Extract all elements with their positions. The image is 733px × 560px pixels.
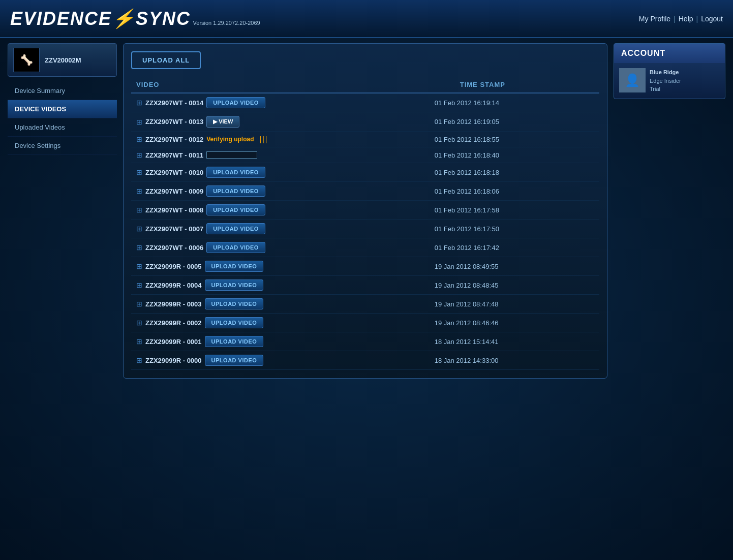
upload-video-button[interactable]: UPLOAD VIDEO xyxy=(205,279,264,291)
timestamp-cell: 18 Jan 2012 14:33:00 xyxy=(430,351,599,370)
upload-video-button[interactable]: UPLOAD VIDEO xyxy=(206,167,265,178)
video-name-cell: ⊞ZZX2907WT - 0007UPLOAD VIDEO xyxy=(136,223,424,234)
header-nav: My Profile | Help | Logout xyxy=(639,15,723,23)
upload-video-button[interactable]: UPLOAD VIDEO xyxy=(205,298,264,309)
expand-icon[interactable]: ⊞ xyxy=(136,356,142,364)
video-name-cell: ⊞ZZX29099R - 0002UPLOAD VIDEO xyxy=(136,317,424,328)
video-name-text: ZZX29099R - 0001 xyxy=(145,338,202,346)
help-link[interactable]: Help xyxy=(679,15,693,23)
video-name-cell: ⊞ZZX29099R - 0001UPLOAD VIDEO xyxy=(136,336,424,347)
table-row: ⊞ZZX29099R - 0002UPLOAD VIDEO19 Jan 2012… xyxy=(131,314,599,332)
sidebar-item-device-summary[interactable]: Device Summary xyxy=(8,82,117,100)
expand-icon[interactable]: ⊞ xyxy=(136,281,142,289)
upload-video-button[interactable]: UPLOAD VIDEO xyxy=(206,204,265,215)
expand-icon[interactable]: ⊞ xyxy=(136,300,142,308)
table-row: ⊞ZZX2907WT - 001101 Feb 2012 16:18:40 xyxy=(131,147,599,163)
video-name-cell: ⊞ZZX2907WT - 0013▶ VIEW xyxy=(136,116,424,128)
expand-icon[interactable]: ⊞ xyxy=(136,243,142,252)
video-name-cell: ⊞ZZX2907WT - 0009UPLOAD VIDEO xyxy=(136,185,424,197)
sidebar-nav: Device Summary DEVICE VIDEOS Uploaded Vi… xyxy=(8,82,117,155)
table-header-row: VIDEO TIME STAMP xyxy=(131,77,599,93)
view-button[interactable]: ▶ VIEW xyxy=(206,116,239,128)
account-info: Blue Ridge Edge Insider Trial xyxy=(650,68,681,94)
video-name-text: ZZX2907WT - 0009 xyxy=(145,188,203,195)
table-row: ⊞ZZX2907WT - 0014UPLOAD VIDEO01 Feb 2012… xyxy=(131,93,599,112)
table-row: ⊞ZZX29099R - 0001UPLOAD VIDEO18 Jan 2012… xyxy=(131,332,599,351)
expand-icon[interactable]: ⊞ xyxy=(136,187,142,195)
expand-icon[interactable]: ⊞ xyxy=(136,319,142,327)
account-status: Trial xyxy=(650,85,681,94)
video-name-cell: ⊞ZZX2907WT - 0010UPLOAD VIDEO xyxy=(136,167,424,178)
video-name-text: ZZX29099R - 0003 xyxy=(145,300,202,308)
expand-icon[interactable]: ⊞ xyxy=(136,151,142,159)
sidebar-item-device-settings[interactable]: Device Settings xyxy=(8,137,117,155)
timestamp-cell: 01 Feb 2012 16:17:50 xyxy=(430,220,599,238)
table-row: ⊞ZZX29099R - 0003UPLOAD VIDEO19 Jan 2012… xyxy=(131,295,599,314)
expand-icon[interactable]: ⊞ xyxy=(136,262,142,270)
account-name: Blue Ridge xyxy=(650,68,681,77)
timestamp-cell: 01 Feb 2012 16:18:40 xyxy=(430,147,599,163)
video-name-text: ZZX29099R - 0005 xyxy=(145,263,202,270)
video-name-text: ZZX29099R - 0000 xyxy=(145,357,202,364)
logo: EVIDENCE⚡SYNC Version 1.29.2072.20-2069 xyxy=(10,8,260,29)
timestamp-cell: 01 Feb 2012 16:19:05 xyxy=(430,112,599,132)
video-name-text: ZZX29099R - 0004 xyxy=(145,282,202,289)
expand-icon[interactable]: ⊞ xyxy=(136,135,142,143)
expand-icon[interactable]: ⊞ xyxy=(136,337,142,346)
device-name: ZZV20002M xyxy=(45,56,81,64)
logo-bolt-icon: ⚡ xyxy=(112,8,136,29)
video-column-header: VIDEO xyxy=(131,77,430,93)
expand-icon[interactable]: ⊞ xyxy=(136,225,142,233)
upload-video-button[interactable]: UPLOAD VIDEO xyxy=(206,223,265,234)
device-icon: 🦴 xyxy=(20,54,33,66)
nav-sep-2: | xyxy=(696,15,698,23)
video-name-cell: ⊞ZZX2907WT - 0008UPLOAD VIDEO xyxy=(136,204,424,215)
expand-icon[interactable]: ⊞ xyxy=(136,168,142,176)
upload-video-button[interactable]: UPLOAD VIDEO xyxy=(206,97,265,108)
video-name-cell: ⊞ZZX29099R - 0000UPLOAD VIDEO xyxy=(136,355,424,366)
upload-video-button[interactable]: UPLOAD VIDEO xyxy=(205,317,264,328)
account-role: Edge Insider xyxy=(650,77,681,85)
table-row: ⊞ZZX29099R - 0004UPLOAD VIDEO19 Jan 2012… xyxy=(131,276,599,295)
account-body: 👤 Blue Ridge Edge Insider Trial xyxy=(614,63,725,99)
logo-area: EVIDENCE⚡SYNC Version 1.29.2072.20-2069 xyxy=(10,8,260,29)
video-name-cell: ⊞ZZX2907WT - 0012Verifying upload||| xyxy=(136,135,424,143)
timestamp-cell: 01 Feb 2012 16:17:58 xyxy=(430,201,599,220)
timestamp-column-header: TIME STAMP xyxy=(430,77,599,93)
logout-link[interactable]: Logout xyxy=(701,15,723,23)
timestamp-cell: 19 Jan 2012 08:48:45 xyxy=(430,276,599,295)
table-row: ⊞ZZX2907WT - 0012Verifying upload|||01 F… xyxy=(131,132,599,147)
expand-icon[interactable]: ⊞ xyxy=(136,118,142,126)
video-name-cell: ⊞ZZX2907WT - 0006UPLOAD VIDEO xyxy=(136,242,424,253)
header: EVIDENCE⚡SYNC Version 1.29.2072.20-2069 … xyxy=(0,0,733,38)
video-table: VIDEO TIME STAMP ⊞ZZX2907WT - 0014UPLOAD… xyxy=(131,77,599,370)
upload-video-button[interactable]: UPLOAD VIDEO xyxy=(205,355,264,366)
upload-progress-bar xyxy=(206,151,257,159)
table-row: ⊞ZZX2907WT - 0008UPLOAD VIDEO01 Feb 2012… xyxy=(131,201,599,220)
timestamp-cell: 01 Feb 2012 16:17:42 xyxy=(430,238,599,257)
upload-video-button[interactable]: UPLOAD VIDEO xyxy=(206,185,265,197)
video-name-cell: ⊞ZZX29099R - 0003UPLOAD VIDEO xyxy=(136,298,424,309)
logo-sync: SYNC xyxy=(136,8,191,29)
table-row: ⊞ZZX2907WT - 0013▶ VIEW01 Feb 2012 16:19… xyxy=(131,112,599,132)
expand-icon[interactable]: ⊞ xyxy=(136,99,142,107)
video-name-text: ZZX2907WT - 0007 xyxy=(145,225,203,233)
account-avatar: 👤 xyxy=(619,68,646,92)
account-header-label: ACCOUNT xyxy=(614,44,725,63)
my-profile-link[interactable]: My Profile xyxy=(639,15,670,23)
sidebar: 🦴 ZZV20002M Device Summary DEVICE VIDEOS… xyxy=(8,43,117,555)
sidebar-item-device-videos[interactable]: DEVICE VIDEOS xyxy=(8,100,117,118)
upload-video-button[interactable]: UPLOAD VIDEO xyxy=(206,242,265,253)
upload-all-button[interactable]: UPLOAD ALL xyxy=(131,51,201,69)
video-name-cell: ⊞ZZX2907WT - 0014UPLOAD VIDEO xyxy=(136,97,424,108)
video-name-text: ZZX2907WT - 0006 xyxy=(145,244,203,252)
video-name-text: ZZX2907WT - 0008 xyxy=(145,206,203,214)
logo-evidence: EVIDENCE xyxy=(10,8,112,29)
video-name-text: ZZX2907WT - 0010 xyxy=(145,169,203,176)
timestamp-cell: 01 Feb 2012 16:18:06 xyxy=(430,182,599,201)
upload-video-button[interactable]: UPLOAD VIDEO xyxy=(205,336,264,347)
expand-icon[interactable]: ⊞ xyxy=(136,206,142,214)
timestamp-cell: 18 Jan 2012 15:14:41 xyxy=(430,332,599,351)
sidebar-item-uploaded-videos[interactable]: Uploaded Videos xyxy=(8,118,117,137)
upload-video-button[interactable]: UPLOAD VIDEO xyxy=(205,261,264,272)
